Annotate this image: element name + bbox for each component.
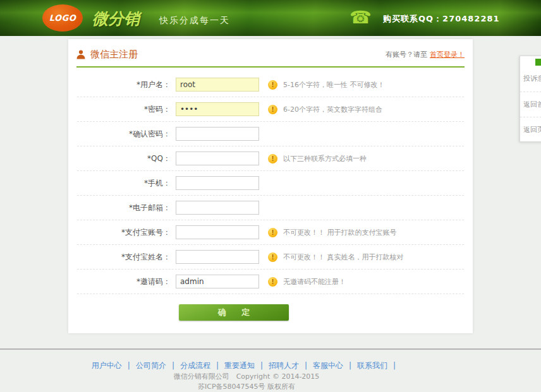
phone-icon: ☎: [350, 5, 372, 30]
form-row-qq: *QQ： ! 以下三种联系方式必填一种: [77, 146, 464, 171]
side-panel-item-top[interactable]: 返回页顶: [520, 117, 541, 142]
footer-link-service[interactable]: 客服中心: [313, 361, 343, 370]
icp-line: 苏ICP备58047545号 版权所有: [0, 382, 493, 391]
qq-hint: 以下三种联系方式必填一种: [283, 154, 367, 163]
footer-link-recruit[interactable]: 招聘人才: [269, 361, 299, 370]
password-label: *密码：: [77, 104, 171, 115]
footer-divider: [0, 348, 541, 350]
form-row-confirm-password: *确认密码：: [77, 122, 464, 146]
footer-link-contact[interactable]: 联系我们: [357, 361, 387, 370]
logo: LOGO: [42, 4, 83, 32]
footer-separator: |: [216, 361, 219, 370]
email-label: *电子邮箱：: [77, 203, 171, 213]
confirm-password-input[interactable]: [176, 127, 259, 141]
page-title: 微信主注册: [90, 49, 138, 61]
register-card: 微信主注册 有账号？请至 首页登录！ *用户名： ! 5-16个字符，唯一性 不…: [68, 39, 473, 333]
form-row-alipay-name: *支付宝姓名： ! 不可更改！！ 真实姓名，用于打款核对: [77, 245, 464, 270]
warning-icon: !: [268, 80, 277, 90]
mobile-input[interactable]: [176, 176, 259, 190]
form-row-mobile: *手机：: [77, 171, 464, 196]
footer-link-notices[interactable]: 重要通知: [224, 361, 255, 370]
footer-separator: |: [172, 361, 174, 370]
email-input[interactable]: [176, 201, 259, 215]
footer-nav: 用户中心|公司简介|分成流程|重要通知|招聘人才|客服中心|联系我们|: [0, 359, 493, 371]
contact-qq: 购买联系QQ：270482281: [383, 13, 500, 25]
form-row-email: *电子邮箱：: [77, 196, 464, 220]
footer-separator: |: [128, 361, 130, 370]
footer-link-company-intro[interactable]: 公司简介: [136, 361, 166, 370]
side-panel-item-feedback[interactable]: 投诉意见: [520, 66, 541, 92]
brand-slogan: 快乐分成每一天: [159, 15, 230, 27]
confirm-password-label: *确认密码：: [77, 129, 171, 140]
mobile-label: *手机：: [77, 178, 171, 189]
person-icon: [76, 50, 85, 59]
form-row-password: *密码： ! 6-20个字符，英文数字字符组合: [77, 97, 464, 122]
login-link[interactable]: 首页登录！: [430, 50, 465, 59]
footer-separator: |: [349, 361, 351, 370]
warning-icon: !: [268, 228, 277, 237]
side-panel: 投诉意见 返回首页 返回页顶: [520, 56, 541, 142]
form-row-username: *用户名： ! 5-16个字符，唯一性 不可修改！: [77, 73, 464, 97]
footer-separator: |: [393, 361, 396, 370]
password-hint: 6-20个字符，英文数字字符组合: [283, 105, 382, 114]
username-label: *用户名：: [77, 80, 171, 90]
alipay-account-label: *支付宝账号：: [77, 227, 171, 238]
alipay-account-input[interactable]: [176, 225, 259, 239]
invite-code-label: *邀请码：: [77, 276, 171, 287]
form-row-alipay-account: *支付宝账号： ! 不可更改！！ 用于打款的支付宝账号: [77, 220, 464, 245]
footer-separator: |: [305, 361, 307, 370]
have-account-text: 有账号？请至: [386, 50, 427, 59]
footer-link-commission-flow[interactable]: 分成流程: [180, 361, 210, 370]
password-input[interactable]: [176, 102, 259, 116]
logo-text: LOGO: [49, 13, 76, 23]
alipay-name-label: *支付宝姓名：: [77, 252, 171, 263]
warning-icon: !: [268, 105, 277, 114]
username-hint: 5-16个字符，唯一性 不可修改！: [283, 80, 384, 90]
invite-code-input[interactable]: [176, 275, 259, 288]
side-panel-badge: [535, 59, 541, 66]
warning-icon: !: [268, 154, 277, 163]
title-underline: [76, 66, 465, 68]
qq-label: *QQ：: [77, 153, 171, 164]
qq-input[interactable]: [176, 151, 259, 165]
form-row-invite-code: *邀请码： ! 无邀请码不能注册！: [77, 270, 464, 294]
alipay-name-hint: 不可更改！！ 真实姓名，用于打款核对: [283, 252, 404, 262]
card-header: 微信主注册 有账号？请至 首页登录！: [68, 39, 473, 61]
alipay-name-input[interactable]: [176, 250, 259, 264]
invite-code-hint: 无邀请码不能注册！: [283, 277, 346, 287]
alipay-account-hint: 不可更改！！ 用于打款的支付宝账号: [283, 228, 397, 237]
brand-title: 微分销: [92, 8, 140, 29]
footer-link-user-center[interactable]: 用户中心: [92, 361, 122, 370]
submit-button[interactable]: 确 定: [179, 304, 289, 321]
copyright-line: 微信分销有限公司 Copyright © 2014-2015: [0, 372, 493, 381]
register-form: *用户名： ! 5-16个字符，唯一性 不可修改！ *密码： ! 6-20个字符…: [77, 73, 464, 321]
top-banner: LOGO 微分销 快乐分成每一天 ☎ 购买联系QQ：270482281: [0, 0, 541, 36]
footer-separator: |: [260, 361, 263, 370]
username-input[interactable]: [176, 78, 259, 92]
side-panel-item-home[interactable]: 返回首页: [520, 92, 541, 117]
warning-icon: !: [268, 277, 277, 287]
warning-icon: !: [268, 252, 277, 262]
